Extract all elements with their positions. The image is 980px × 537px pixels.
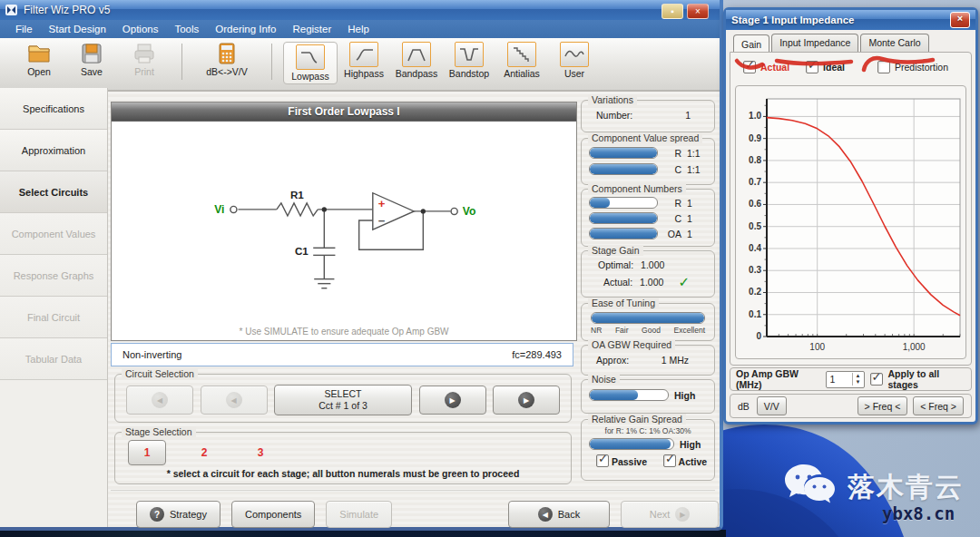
menu-help[interactable]: Help (339, 24, 377, 34)
filter-bandpass-button[interactable]: Bandpass (390, 42, 443, 79)
impedance-close-button[interactable]: × (950, 12, 970, 28)
stage-1-button[interactable]: 1 (128, 440, 166, 465)
svg-text:0.1: 0.1 (749, 309, 761, 319)
strategy-button[interactable]: ? Strategy (136, 501, 220, 528)
main-titlebar[interactable]: Filter Wiz PRO v5 ▪ × (0, 0, 720, 20)
close-button[interactable]: × (687, 4, 709, 19)
first-circuit-button[interactable]: ◀ (126, 386, 193, 415)
sidebar-item-tabular-data[interactable]: Tabular Data (0, 338, 107, 380)
app-icon (5, 4, 18, 16)
menubar: File Start Design Options Tools Ordering… (0, 20, 720, 38)
impedance-titlebar[interactable]: Stage 1 Input Impedance × (726, 10, 975, 30)
actual-value: 1.000 (640, 277, 663, 288)
filter-antialias-button[interactable]: Antialias (495, 42, 548, 79)
menu-register[interactable]: Register (284, 24, 339, 34)
tuning-nr: NR (591, 326, 602, 335)
gain-tab-page: ✓ Actual ✓ Ideal Predistortion 00.10.20.… (730, 52, 972, 366)
ideal-curve-label: Ideal (823, 62, 845, 73)
gain-spread-group: Relative Gain Spread for R: 1% C: 1% OA:… (581, 419, 715, 481)
c-spread-bar (589, 163, 658, 175)
components-button[interactable]: Components (231, 501, 315, 528)
highpass-label: Highpass (344, 68, 384, 79)
save-button[interactable]: Save (65, 42, 118, 77)
next-button[interactable]: Next ▶ (621, 501, 719, 528)
svg-text:0.3: 0.3 (749, 265, 761, 275)
passive-checkbox[interactable]: ✓ Passive (596, 454, 647, 467)
apply-all-checkbox[interactable]: ✓ (870, 373, 883, 386)
db-button[interactable]: dB (738, 401, 750, 412)
filter-highpass-button[interactable]: Highpass (338, 42, 390, 79)
last-circuit-button[interactable]: ▶ (493, 386, 560, 415)
stage-2-button[interactable]: 2 (186, 446, 222, 459)
taskbar[interactable] (0, 530, 726, 537)
impedance-window-title: Stage 1 Input Impedance (731, 15, 854, 25)
sidebar-item-approximation[interactable]: Approximation (0, 130, 107, 171)
open-button[interactable]: Open (13, 42, 65, 77)
circuit-info-row: Non-inverting fc=289.493 (111, 343, 573, 366)
variations-number-value: 1 (685, 110, 691, 121)
filter-lowpass-button[interactable]: Lowpass (283, 42, 338, 84)
db-vv-convert-button[interactable]: dB<->V/V (193, 42, 260, 77)
tab-monte-carlo[interactable]: Monte Carlo (860, 34, 928, 53)
actual-curve-label: Actual (760, 62, 789, 73)
open-folder-icon (25, 42, 53, 65)
filter-user-button[interactable]: User (548, 42, 601, 79)
actual-checkbox[interactable]: ✓ (743, 61, 756, 73)
menu-options[interactable]: Options (114, 24, 167, 34)
print-button[interactable]: Print (118, 42, 171, 77)
c-count-bar (589, 212, 658, 224)
sidebar-item-specifications[interactable]: Specifications (0, 88, 107, 130)
close-icon: × (957, 13, 963, 24)
spinner-up-icon[interactable]: ▲ (853, 373, 864, 379)
user-label: User (564, 68, 584, 79)
predistortion-checkbox[interactable] (877, 61, 890, 73)
sidebar-item-final-circuit[interactable]: Final Circuit (0, 297, 107, 338)
stage-gain-group: Stage Gain Optimal: 1.000 Actual: 1.000 … (581, 250, 715, 298)
sidebar-item-select-circuits[interactable]: Select Circuits (0, 171, 107, 213)
print-icon (132, 42, 157, 65)
back-button[interactable]: ◀ Back (508, 501, 610, 528)
tuning-excellent: Excellent (674, 326, 706, 335)
menu-file[interactable]: File (7, 24, 41, 34)
main-window: Filter Wiz PRO v5 ▪ × File Start Design … (0, 0, 723, 531)
r-count-bar (589, 197, 658, 209)
tab-input-impedance[interactable]: Input Impedance (771, 34, 858, 53)
previous-circuit-button[interactable]: ◀ (201, 386, 268, 415)
filter-bandstop-button[interactable]: Bandstop (443, 42, 495, 79)
sidebar: Specifications Approximation Select Circ… (0, 88, 108, 527)
spinner-down-icon[interactable]: ▼ (853, 379, 864, 386)
minimize-button[interactable]: ▪ (662, 4, 683, 19)
minimize-icon: ▪ (671, 7, 674, 16)
sidebar-item-response-graphs[interactable]: Response Graphs (0, 255, 107, 297)
next-circuit-button[interactable]: ▶ (419, 386, 486, 415)
question-icon: ? (150, 507, 164, 522)
print-label: Print (134, 66, 154, 77)
ideal-checkbox[interactable]: ✓ (806, 61, 818, 73)
menu-ordering-info[interactable]: Ordering Info (207, 24, 284, 34)
tab-gain[interactable]: Gain (733, 34, 769, 54)
window-title: Filter Wiz PRO v5 (24, 4, 110, 16)
variations-title: Variations (588, 94, 637, 105)
gbw-row: Op Amp GBW (MHz) 1 ▲▼ ✓ Apply to all sta… (730, 367, 972, 391)
freq-zoom-out-button[interactable]: < Freq > (913, 396, 964, 415)
gbw-spinner[interactable]: 1 ▲▼ (826, 371, 865, 388)
freq-zoom-in-button[interactable]: > Freq < (858, 396, 908, 415)
menu-tools[interactable]: Tools (166, 24, 207, 34)
oa-gbw-label: Approx: (596, 355, 629, 366)
wechat-icon (782, 463, 838, 512)
simulate-label: Simulate (339, 509, 378, 520)
stage-3-button[interactable]: 3 (242, 446, 279, 459)
watermark-brand: 落木青云 (848, 472, 964, 502)
next-icon: ▶ (445, 392, 461, 408)
vv-button[interactable]: V/V (757, 396, 787, 415)
unit-row: dB V/V > Freq < < Freq > (730, 394, 972, 418)
screen: 落木青云 ybx8.cn Filter Wiz PRO v5 ▪ × File … (0, 0, 980, 537)
oa-count-label: OA (663, 229, 681, 239)
sidebar-item-component-values[interactable]: Component Values (0, 213, 107, 255)
active-checkbox[interactable]: ✓ Active (663, 454, 707, 467)
menu-start-design[interactable]: Start Design (41, 24, 114, 34)
impedance-window: Stage 1 Input Impedance × Gain Input Imp… (723, 7, 978, 425)
simulate-button[interactable]: Simulate (326, 501, 392, 528)
calculator-icon (217, 42, 237, 65)
select-circuit-button[interactable]: SELECT Cct # 1 of 3 (274, 385, 412, 415)
